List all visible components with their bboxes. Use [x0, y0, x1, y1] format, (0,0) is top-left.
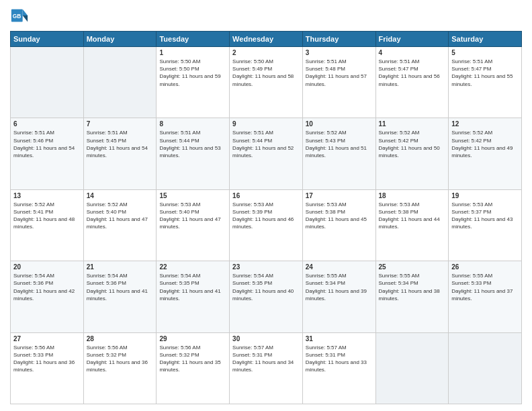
day-number: 13 [13, 192, 81, 199]
day-info: Sunrise: 5:52 AMSunset: 5:41 PMDaylight:… [13, 201, 81, 231]
svg-marker-1 [23, 15, 28, 21]
day-info: Sunrise: 5:55 AMSunset: 5:33 PMDaylight:… [451, 272, 519, 302]
day-number: 4 [379, 49, 446, 56]
day-number: 7 [87, 120, 154, 128]
calendar-cell: 22Sunrise: 5:54 AMSunset: 5:35 PMDayligh… [157, 261, 230, 332]
calendar-cell: 10Sunrise: 5:52 AMSunset: 5:43 PMDayligh… [302, 118, 375, 189]
day-info: Sunrise: 5:55 AMSunset: 5:34 PMDaylight:… [306, 272, 373, 302]
day-number: 20 [13, 263, 81, 271]
day-info: Sunrise: 5:53 AMSunset: 5:37 PMDaylight:… [451, 201, 519, 231]
day-number: 22 [159, 263, 226, 271]
calendar-table: SundayMondayTuesdayWednesdayThursdayFrid… [10, 31, 522, 404]
day-info: Sunrise: 5:52 AMSunset: 5:42 PMDaylight:… [379, 129, 446, 159]
calendar-cell: 6Sunrise: 5:51 AMSunset: 5:46 PMDaylight… [11, 118, 84, 189]
day-number: 9 [232, 120, 300, 128]
day-info: Sunrise: 5:57 AMSunset: 5:31 PMDaylight:… [232, 344, 300, 374]
day-number: 18 [379, 192, 446, 199]
day-info: Sunrise: 5:51 AMSunset: 5:48 PMDaylight:… [306, 58, 373, 88]
calendar-cell: 18Sunrise: 5:53 AMSunset: 5:38 PMDayligh… [375, 189, 449, 261]
logo: GB [10, 7, 32, 26]
day-number: 5 [451, 49, 519, 56]
day-number: 6 [13, 120, 81, 128]
calendar-cell: 20Sunrise: 5:54 AMSunset: 5:36 PMDayligh… [11, 261, 84, 332]
calendar-cell: 3Sunrise: 5:51 AMSunset: 5:48 PMDaylight… [302, 47, 375, 118]
day-number: 2 [232, 49, 300, 56]
day-info: Sunrise: 5:54 AMSunset: 5:35 PMDaylight:… [159, 272, 226, 302]
svg-marker-0 [23, 9, 28, 15]
weekday-header-wednesday: Wednesday [230, 32, 303, 47]
calendar-cell: 24Sunrise: 5:55 AMSunset: 5:34 PMDayligh… [302, 261, 375, 332]
calendar-cell: 12Sunrise: 5:52 AMSunset: 5:42 PMDayligh… [449, 118, 522, 189]
day-info: Sunrise: 5:53 AMSunset: 5:38 PMDaylight:… [379, 201, 446, 231]
day-info: Sunrise: 5:55 AMSunset: 5:34 PMDaylight:… [379, 272, 446, 302]
calendar-cell: 25Sunrise: 5:55 AMSunset: 5:34 PMDayligh… [375, 261, 449, 332]
calendar-cell: 23Sunrise: 5:54 AMSunset: 5:35 PMDayligh… [230, 261, 303, 332]
day-info: Sunrise: 5:53 AMSunset: 5:40 PMDaylight:… [159, 201, 226, 231]
day-info: Sunrise: 5:56 AMSunset: 5:32 PMDaylight:… [87, 344, 154, 374]
header: GB [10, 7, 522, 26]
day-info: Sunrise: 5:53 AMSunset: 5:39 PMDaylight:… [232, 201, 300, 231]
day-number: 23 [232, 263, 300, 271]
weekday-header-sunday: Sunday [11, 32, 84, 47]
day-info: Sunrise: 5:50 AMSunset: 5:50 PMDaylight:… [159, 58, 226, 88]
day-number: 28 [87, 335, 154, 342]
day-number: 27 [13, 335, 81, 342]
day-number: 15 [159, 192, 226, 199]
day-info: Sunrise: 5:52 AMSunset: 5:42 PMDaylight:… [451, 129, 519, 159]
weekday-header-monday: Monday [83, 32, 157, 47]
calendar-cell: 4Sunrise: 5:51 AMSunset: 5:47 PMDaylight… [375, 47, 449, 118]
calendar-cell: 2Sunrise: 5:50 AMSunset: 5:49 PMDaylight… [230, 47, 303, 118]
day-info: Sunrise: 5:51 AMSunset: 5:47 PMDaylight:… [379, 58, 446, 88]
calendar-cell: 31Sunrise: 5:57 AMSunset: 5:31 PMDayligh… [302, 332, 375, 404]
day-number: 8 [159, 120, 226, 128]
day-info: Sunrise: 5:54 AMSunset: 5:35 PMDaylight:… [232, 272, 300, 302]
day-number: 12 [451, 120, 519, 128]
day-number: 26 [451, 263, 519, 271]
day-info: Sunrise: 5:52 AMSunset: 5:43 PMDaylight:… [306, 129, 373, 159]
day-info: Sunrise: 5:51 AMSunset: 5:44 PMDaylight:… [159, 129, 226, 159]
calendar-cell: 15Sunrise: 5:53 AMSunset: 5:40 PMDayligh… [157, 189, 230, 261]
calendar-cell: 29Sunrise: 5:56 AMSunset: 5:32 PMDayligh… [157, 332, 230, 404]
day-number: 1 [159, 49, 226, 56]
day-number: 21 [87, 263, 154, 271]
day-info: Sunrise: 5:51 AMSunset: 5:46 PMDaylight:… [13, 129, 81, 159]
weekday-header-thursday: Thursday [302, 32, 375, 47]
week-row-2: 6Sunrise: 5:51 AMSunset: 5:46 PMDaylight… [11, 118, 522, 189]
calendar-cell: 1Sunrise: 5:50 AMSunset: 5:50 PMDaylight… [157, 47, 230, 118]
calendar-cell: 8Sunrise: 5:51 AMSunset: 5:44 PMDaylight… [157, 118, 230, 189]
day-number: 24 [306, 263, 373, 271]
day-number: 11 [379, 120, 446, 128]
day-info: Sunrise: 5:52 AMSunset: 5:40 PMDaylight:… [87, 201, 154, 231]
week-row-5: 27Sunrise: 5:56 AMSunset: 5:33 PMDayligh… [11, 332, 522, 404]
day-info: Sunrise: 5:53 AMSunset: 5:38 PMDaylight:… [306, 201, 373, 231]
calendar-cell: 26Sunrise: 5:55 AMSunset: 5:33 PMDayligh… [449, 261, 522, 332]
svg-text:GB: GB [13, 13, 21, 19]
weekday-header-friday: Friday [375, 32, 449, 47]
day-number: 30 [232, 335, 300, 342]
calendar-cell: 5Sunrise: 5:51 AMSunset: 5:47 PMDaylight… [449, 47, 522, 118]
calendar-cell: 19Sunrise: 5:53 AMSunset: 5:37 PMDayligh… [449, 189, 522, 261]
day-info: Sunrise: 5:51 AMSunset: 5:44 PMDaylight:… [232, 129, 300, 159]
calendar-cell: 30Sunrise: 5:57 AMSunset: 5:31 PMDayligh… [230, 332, 303, 404]
calendar-cell: 27Sunrise: 5:56 AMSunset: 5:33 PMDayligh… [11, 332, 84, 404]
day-number: 14 [87, 192, 154, 199]
day-number: 3 [306, 49, 373, 56]
weekday-header-tuesday: Tuesday [157, 32, 230, 47]
page: GB SundayMondayTuesdayWednesdayThursdayF… [0, 0, 532, 411]
day-number: 31 [306, 335, 373, 342]
day-info: Sunrise: 5:50 AMSunset: 5:49 PMDaylight:… [232, 58, 300, 88]
calendar-cell: 28Sunrise: 5:56 AMSunset: 5:32 PMDayligh… [83, 332, 157, 404]
calendar-cell: 11Sunrise: 5:52 AMSunset: 5:42 PMDayligh… [375, 118, 449, 189]
day-info: Sunrise: 5:57 AMSunset: 5:31 PMDaylight:… [306, 344, 373, 374]
day-number: 29 [159, 335, 226, 342]
day-number: 25 [379, 263, 446, 271]
day-info: Sunrise: 5:54 AMSunset: 5:36 PMDaylight:… [13, 272, 81, 302]
calendar-cell: 17Sunrise: 5:53 AMSunset: 5:38 PMDayligh… [302, 189, 375, 261]
day-info: Sunrise: 5:51 AMSunset: 5:45 PMDaylight:… [87, 129, 154, 159]
week-row-3: 13Sunrise: 5:52 AMSunset: 5:41 PMDayligh… [11, 189, 522, 261]
day-info: Sunrise: 5:51 AMSunset: 5:47 PMDaylight:… [451, 58, 519, 88]
day-info: Sunrise: 5:56 AMSunset: 5:33 PMDaylight:… [13, 344, 81, 374]
day-info: Sunrise: 5:54 AMSunset: 5:36 PMDaylight:… [87, 272, 154, 302]
calendar-cell [11, 47, 84, 118]
calendar-cell [449, 332, 522, 404]
